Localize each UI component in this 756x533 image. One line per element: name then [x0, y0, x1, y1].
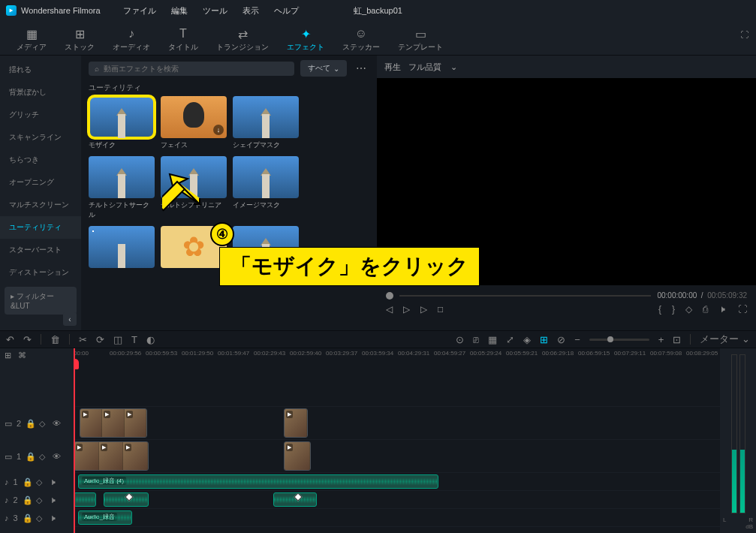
zoom-fit-button[interactable]: ⊡ — [673, 334, 681, 345]
track-video-1[interactable] — [74, 440, 720, 473]
video-clip[interactable] — [80, 408, 147, 438]
audio-clip[interactable] — [104, 492, 149, 507]
speed-button[interactable]: ⟳ — [96, 334, 104, 345]
prev-frame-button[interactable]: ◁ — [386, 304, 393, 315]
menu-file[interactable]: ファイル — [123, 5, 156, 17]
search-box[interactable]: ⌕ — [89, 62, 294, 76]
audio-clip[interactable]: Audio_緑音 — [78, 510, 132, 525]
snapshot-icon[interactable]: ⎙ — [703, 304, 708, 315]
track-audio-3[interactable]: Audio_緑音 — [74, 509, 720, 527]
effect-shape-mask[interactable]: シェイプマスク — [233, 96, 299, 150]
fullscreen-icon[interactable]: ⛶ — [738, 304, 747, 315]
track-lock-icon[interactable]: 🔒 — [23, 477, 32, 487]
tab-effects[interactable]: ✦エフェクト — [278, 26, 333, 54]
track-visibility-icon[interactable]: 👁 — [53, 419, 62, 428]
marker-button[interactable]: ◈ — [523, 334, 531, 345]
track-video-2[interactable] — [74, 407, 720, 440]
cat-distortion[interactable]: ディストーション — [0, 261, 81, 284]
expand-button[interactable]: ⤢ — [506, 334, 514, 345]
tab-media[interactable]: ▦メディア — [8, 26, 56, 54]
effect-crop[interactable] — [89, 226, 155, 280]
track-mute-icon[interactable]: ◇ — [36, 513, 45, 523]
cat-multiscreen[interactable]: マルチスクリーン — [0, 194, 81, 216]
snap-button[interactable]: ⊞ — [540, 334, 548, 345]
track-visibility-icon[interactable]: 👁 — [53, 452, 62, 461]
cat-starburst[interactable]: スターバースト — [0, 239, 81, 261]
sidebar-collapse-button[interactable]: ‹ — [63, 312, 77, 326]
audio-clip[interactable] — [74, 492, 96, 507]
split-button[interactable]: ✂ — [79, 334, 87, 345]
zoom-slider[interactable] — [589, 339, 649, 341]
track-solo-icon[interactable]: 🕨 — [50, 477, 59, 486]
effect-mosaic[interactable]: モザイク — [89, 96, 155, 150]
cat-glitch[interactable]: グリッチ — [0, 104, 81, 126]
menu-edit[interactable]: 編集 — [171, 5, 188, 17]
tab-sticker[interactable]: ☺ステッカー — [333, 26, 389, 54]
bracket-open-icon[interactable]: { — [658, 304, 661, 315]
cat-opening[interactable]: オープニング — [0, 171, 81, 194]
cat-flicker[interactable]: ちらつき — [0, 149, 81, 171]
filter-dropdown[interactable]: すべて⌄ — [300, 60, 347, 77]
tab-stock[interactable]: ⊞ストック — [56, 26, 104, 54]
cat-utility[interactable]: ユーティリティ — [0, 216, 81, 239]
more-options-button[interactable]: ⋯ — [353, 62, 369, 74]
cat-bgblur[interactable]: 背景ぼかし — [0, 81, 81, 104]
cat-filter-lut[interactable]: ▸ フィルター&LUT — [5, 287, 77, 315]
scrubber-handle[interactable] — [386, 292, 393, 300]
mixer-button[interactable]: ⎚ — [473, 334, 479, 345]
redo-button[interactable]: ↷ — [23, 334, 32, 345]
timeline-ruler[interactable]: 00:0000:00:29:5600:00:59:5300:01:29:5000… — [74, 348, 720, 362]
video-clip[interactable] — [74, 441, 149, 471]
preview-quality-dropdown[interactable]: フル品質⌄ — [408, 62, 457, 73]
menu-help[interactable]: ヘルプ — [274, 5, 299, 17]
search-input[interactable] — [104, 65, 288, 73]
bracket-close-icon[interactable]: } — [672, 304, 675, 315]
meter-toggle[interactable]: メーター ⌄ — [700, 333, 750, 346]
track-solo-icon[interactable]: 🕨 — [50, 513, 59, 522]
cat-shake[interactable]: 揺れる — [0, 59, 81, 81]
track-lock-icon[interactable]: 🔒 — [23, 513, 32, 523]
tab-transition[interactable]: ⇄トランジション — [207, 26, 278, 54]
track-lock-icon[interactable]: 🔒 — [26, 419, 35, 429]
video-clip[interactable] — [284, 441, 311, 471]
track-mute-icon[interactable]: ◇ — [39, 419, 48, 429]
text-button[interactable]: T — [131, 334, 137, 345]
playhead[interactable] — [74, 348, 75, 533]
track-audio-2[interactable] — [74, 491, 720, 509]
audio-clip[interactable] — [273, 492, 317, 507]
video-clip[interactable] — [284, 408, 308, 438]
track-lock-icon[interactable]: 🔒 — [26, 452, 35, 462]
cat-scanline[interactable]: スキャンライン — [0, 126, 81, 149]
effect-face[interactable]: ↓ フェイス — [161, 96, 227, 150]
tab-template[interactable]: ▭テンプレート — [389, 26, 452, 54]
track-solo-icon[interactable]: 🕨 — [50, 495, 59, 504]
tracks-area[interactable]: 00:0000:00:29:5600:00:59:5300:01:29:5000… — [74, 348, 720, 533]
scrubber-track[interactable] — [399, 295, 651, 297]
render-button[interactable]: ▦ — [488, 334, 497, 345]
zoom-out-button[interactable]: − — [574, 334, 580, 345]
timeline-link-icon[interactable]: ⌘ — [18, 351, 27, 360]
link-button[interactable]: ⊘ — [557, 334, 565, 345]
effect-tiltshift-linear[interactable]: チルトシフトリニア — [161, 156, 227, 220]
tab-audio[interactable]: ♪オーディオ — [104, 26, 159, 54]
volume-icon[interactable]: 🕨 — [718, 304, 727, 315]
menu-tool[interactable]: ツール — [203, 5, 227, 17]
play-button[interactable]: ▷ — [420, 304, 427, 315]
color-button[interactable]: ◐ — [146, 334, 155, 345]
undo-button[interactable]: ↶ — [6, 334, 14, 345]
tab-title[interactable]: Tタイトル — [159, 26, 207, 54]
effect-image-mask[interactable]: イメージマスク — [233, 156, 299, 220]
zoom-in-button[interactable]: + — [658, 334, 664, 345]
track-mute-icon[interactable]: ◇ — [36, 477, 45, 487]
crop-button[interactable]: ◫ — [113, 334, 122, 345]
next-frame-button[interactable]: ▷ — [403, 304, 410, 315]
stop-button[interactable]: □ — [438, 304, 443, 315]
track-lock-icon[interactable]: 🔒 — [23, 495, 32, 505]
timeline-settings-icon[interactable]: ⊞ — [5, 351, 14, 360]
screenshot-icon[interactable]: ⛶ — [740, 30, 748, 39]
track-audio-1[interactable]: Audio_緑音 (4) — [74, 473, 720, 491]
menu-view[interactable]: 表示 — [242, 5, 259, 17]
track-mute-icon[interactable]: ◇ — [39, 452, 48, 462]
track-mute-icon[interactable]: ◇ — [36, 495, 45, 505]
record-button[interactable]: ⊙ — [456, 334, 464, 345]
